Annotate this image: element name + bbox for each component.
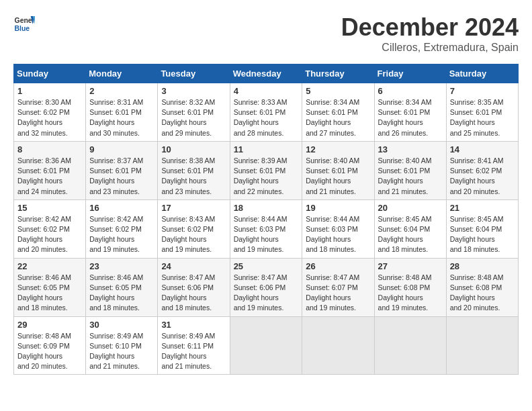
daylight-label: Daylight hours — [306, 293, 351, 302]
day-info: Sunrise: 8:48 AM Sunset: 6:08 PM Dayligh… — [378, 273, 443, 314]
daylight-label: Daylight hours — [17, 177, 62, 185]
day-info: Sunrise: 8:32 AM Sunset: 6:01 PM Dayligh… — [161, 97, 226, 138]
daylight-duration: and 21 minutes. — [161, 362, 212, 370]
sunrise-label: Sunrise: 8:36 AM — [17, 156, 71, 165]
day-number: 14 — [450, 144, 515, 154]
sunrise-label: Sunrise: 8:45 AM — [450, 215, 504, 223]
sunrise-label: Sunrise: 8:30 AM — [17, 98, 71, 106]
sunset-label: Sunset: 6:01 PM — [378, 108, 431, 116]
sunset-label: Sunset: 6:02 PM — [89, 225, 142, 233]
daylight-duration: and 30 minutes. — [89, 129, 140, 137]
calendar-day-cell: 30 Sunrise: 8:49 AM Sunset: 6:10 PM Dayl… — [86, 316, 158, 375]
day-info: Sunrise: 8:44 AM Sunset: 6:03 PM Dayligh… — [234, 214, 299, 255]
daylight-label: Daylight hours — [17, 118, 62, 126]
day-info: Sunrise: 8:40 AM Sunset: 6:01 PM Dayligh… — [378, 156, 443, 197]
daylight-duration: and 20 minutes. — [450, 187, 500, 195]
calendar-day-cell: 23 Sunrise: 8:46 AM Sunset: 6:05 PM Dayl… — [86, 258, 158, 316]
calendar-table: SundayMondayTuesdayWednesdayThursdayFrid… — [13, 64, 519, 375]
day-info: Sunrise: 8:35 AM Sunset: 6:01 PM Dayligh… — [450, 97, 515, 138]
sunrise-label: Sunrise: 8:47 AM — [234, 273, 287, 281]
calendar-day-cell: 11 Sunrise: 8:39 AM Sunset: 6:01 PM Dayl… — [230, 141, 302, 199]
daylight-duration: and 19 minutes. — [161, 245, 212, 253]
day-number: 9 — [89, 144, 154, 154]
daylight-label: Daylight hours — [450, 118, 495, 126]
sunrise-label: Sunrise: 8:46 AM — [17, 273, 71, 281]
daylight-label: Daylight hours — [89, 293, 134, 302]
daylight-duration: and 29 minutes. — [161, 129, 212, 137]
sunrise-label: Sunrise: 8:48 AM — [378, 273, 432, 281]
location-subtitle: Cilleros, Extremadura, Spain — [341, 42, 519, 54]
calendar-day-cell: 24 Sunrise: 8:47 AM Sunset: 6:06 PM Dayl… — [158, 258, 230, 316]
daylight-label: Daylight hours — [306, 235, 351, 243]
calendar-day-cell: 6 Sunrise: 8:34 AM Sunset: 6:01 PM Dayli… — [374, 83, 446, 142]
day-info: Sunrise: 8:38 AM Sunset: 6:01 PM Dayligh… — [161, 156, 226, 197]
calendar-day-cell: 13 Sunrise: 8:40 AM Sunset: 6:01 PM Dayl… — [374, 141, 446, 199]
day-number: 28 — [450, 261, 515, 271]
calendar-day-cell: 22 Sunrise: 8:46 AM Sunset: 6:05 PM Dayl… — [14, 258, 86, 316]
sunrise-label: Sunrise: 8:40 AM — [306, 156, 359, 165]
day-number: 17 — [161, 203, 226, 213]
daylight-label: Daylight hours — [17, 293, 62, 302]
sunset-label: Sunset: 6:02 PM — [450, 167, 502, 175]
daylight-duration: and 25 minutes. — [450, 129, 500, 137]
sunset-label: Sunset: 6:02 PM — [17, 225, 70, 233]
day-info: Sunrise: 8:43 AM Sunset: 6:02 PM Dayligh… — [161, 214, 226, 255]
sunset-label: Sunset: 6:02 PM — [161, 225, 214, 233]
day-info: Sunrise: 8:47 AM Sunset: 6:06 PM Dayligh… — [161, 273, 226, 314]
day-number: 15 — [17, 203, 82, 213]
calendar-day-cell: 31 Sunrise: 8:49 AM Sunset: 6:11 PM Dayl… — [158, 316, 230, 375]
calendar-day-cell: 12 Sunrise: 8:40 AM Sunset: 6:01 PM Dayl… — [302, 141, 374, 199]
day-info: Sunrise: 8:44 AM Sunset: 6:03 PM Dayligh… — [306, 214, 370, 255]
sunrise-label: Sunrise: 8:34 AM — [306, 98, 359, 106]
calendar-day-cell: 21 Sunrise: 8:45 AM Sunset: 6:04 PM Dayl… — [446, 199, 518, 258]
day-info: Sunrise: 8:34 AM Sunset: 6:01 PM Dayligh… — [378, 97, 443, 138]
day-info: Sunrise: 8:42 AM Sunset: 6:02 PM Dayligh… — [89, 214, 154, 255]
logo-icon: General Blue — [13, 13, 35, 35]
day-header-wednesday: Wednesday — [230, 64, 302, 83]
day-number: 27 — [378, 261, 443, 271]
day-number: 21 — [450, 203, 515, 213]
day-info: Sunrise: 8:48 AM Sunset: 6:08 PM Dayligh… — [450, 273, 515, 314]
daylight-duration: and 19 minutes. — [234, 245, 284, 253]
day-info: Sunrise: 8:46 AM Sunset: 6:05 PM Dayligh… — [89, 273, 154, 314]
calendar-day-cell: 27 Sunrise: 8:48 AM Sunset: 6:08 PM Dayl… — [374, 258, 446, 316]
daylight-duration: and 23 minutes. — [89, 187, 140, 195]
day-number: 10 — [161, 144, 226, 154]
calendar-day-cell: 15 Sunrise: 8:42 AM Sunset: 6:02 PM Dayl… — [14, 199, 86, 258]
daylight-duration: and 21 minutes. — [306, 187, 356, 195]
day-info: Sunrise: 8:36 AM Sunset: 6:01 PM Dayligh… — [17, 156, 82, 197]
sunrise-label: Sunrise: 8:41 AM — [450, 156, 504, 165]
sunrise-label: Sunrise: 8:40 AM — [378, 156, 432, 165]
day-number: 5 — [306, 86, 370, 96]
daylight-duration: and 21 minutes. — [89, 362, 140, 370]
day-header-sunday: Sunday — [14, 64, 86, 83]
sunrise-label: Sunrise: 8:47 AM — [306, 273, 359, 281]
day-info: Sunrise: 8:49 AM Sunset: 6:10 PM Dayligh… — [89, 331, 154, 372]
sunset-label: Sunset: 6:07 PM — [306, 283, 358, 291]
sunrise-label: Sunrise: 8:44 AM — [234, 215, 287, 223]
day-number: 16 — [89, 203, 154, 213]
day-info: Sunrise: 8:37 AM Sunset: 6:01 PM Dayligh… — [89, 156, 154, 197]
day-number: 25 — [234, 261, 299, 271]
daylight-label: Daylight hours — [89, 177, 134, 185]
day-number: 2 — [89, 86, 154, 96]
daylight-duration: and 27 minutes. — [306, 129, 356, 137]
day-info: Sunrise: 8:39 AM Sunset: 6:01 PM Dayligh… — [234, 156, 299, 197]
day-info: Sunrise: 8:30 AM Sunset: 6:02 PM Dayligh… — [17, 97, 82, 138]
calendar-day-cell: 10 Sunrise: 8:38 AM Sunset: 6:01 PM Dayl… — [158, 141, 230, 199]
daylight-duration: and 26 minutes. — [378, 129, 429, 137]
day-number: 12 — [306, 144, 370, 154]
calendar-day-cell: 16 Sunrise: 8:42 AM Sunset: 6:02 PM Dayl… — [86, 199, 158, 258]
daylight-duration: and 19 minutes. — [89, 245, 140, 253]
sunset-label: Sunset: 6:05 PM — [89, 283, 142, 291]
daylight-duration: and 18 minutes. — [306, 245, 356, 253]
daylight-label: Daylight hours — [161, 118, 206, 126]
calendar-day-cell — [302, 316, 374, 375]
sunset-label: Sunset: 6:08 PM — [378, 283, 431, 291]
day-header-thursday: Thursday — [302, 64, 374, 83]
daylight-label: Daylight hours — [378, 177, 423, 185]
calendar-week-row: 22 Sunrise: 8:46 AM Sunset: 6:05 PM Dayl… — [14, 258, 519, 316]
calendar-day-cell: 19 Sunrise: 8:44 AM Sunset: 6:03 PM Dayl… — [302, 199, 374, 258]
month-title: December 2024 — [341, 13, 519, 42]
calendar-week-row: 29 Sunrise: 8:48 AM Sunset: 6:09 PM Dayl… — [14, 316, 519, 375]
